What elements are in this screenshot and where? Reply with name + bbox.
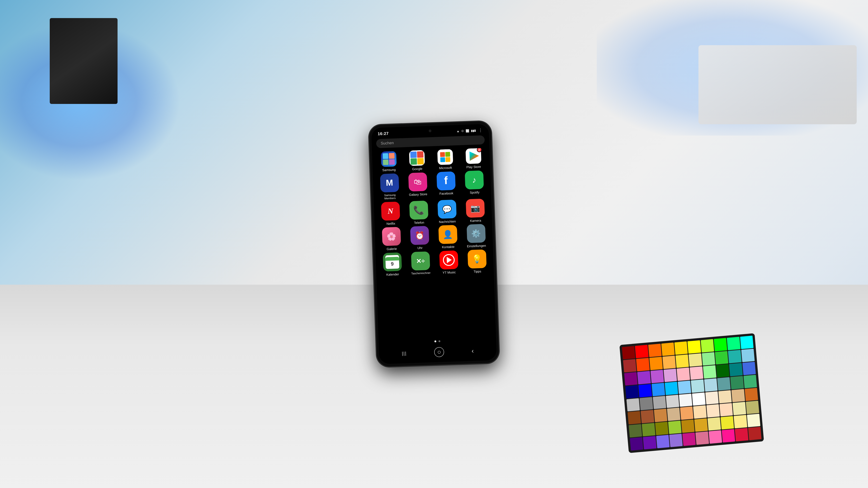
einstellungen-label: Einstellungen [467, 244, 486, 248]
color-cell [640, 397, 653, 410]
playstore-label: Play Store [466, 165, 481, 169]
color-grid [622, 336, 762, 451]
ytmusic-icon [439, 251, 458, 270]
app-item-uhr[interactable]: ⏰ Uhr [407, 226, 433, 251]
app-item-taschenrechner[interactable]: ✕÷ Taschenrechner [408, 251, 434, 275]
app-item-spotify[interactable]: ♪ Spotify [461, 170, 487, 195]
page-dot-2[interactable] [438, 340, 440, 342]
color-cell [705, 391, 719, 404]
color-cell [716, 364, 730, 377]
home-button[interactable]: ○ [434, 347, 444, 357]
color-cell [636, 358, 650, 371]
keyboard [699, 45, 857, 124]
facebook-icon: f [436, 171, 456, 191]
app-item-netflix[interactable]: N Netflix [378, 201, 403, 226]
app-item-playstore[interactable]: 2 Play Store [461, 148, 486, 169]
app-row-5: 9 Kalender ✕÷ Taschenrechner [378, 249, 491, 277]
color-cell [642, 423, 655, 436]
color-cell [734, 415, 747, 428]
app-item-kamera[interactable]: 📷 Kamera [463, 198, 488, 223]
color-cell [677, 367, 690, 381]
color-cell [695, 431, 709, 445]
recent-apps-button[interactable]: ||| [397, 349, 411, 358]
color-cell [745, 388, 758, 401]
microsoft-icon [437, 149, 453, 165]
color-cell [663, 368, 677, 382]
color-cell [664, 382, 678, 395]
tipps-icon: 💡 [467, 250, 487, 269]
search-placeholder: Suchen [381, 141, 394, 145]
page-dot-1[interactable] [434, 340, 436, 342]
samsung-icon [381, 151, 397, 167]
color-cell [674, 341, 688, 355]
color-cell [635, 345, 649, 358]
einstellungen-icon: ⚙️ [467, 224, 486, 243]
kalender-label: Kalender [386, 272, 399, 277]
app-item-telefon[interactable]: 📞 Telefon [406, 200, 432, 225]
app-item-galerie[interactable]: 🌸 Galerie [379, 227, 404, 252]
spotify-icon: ♪ [465, 170, 484, 190]
color-cell [709, 430, 722, 444]
color-cell [693, 405, 707, 419]
color-cell [627, 411, 641, 424]
netflix-icon: N [381, 201, 400, 221]
status-time: 16:27 [377, 131, 389, 136]
uhr-icon: ⏰ [410, 226, 429, 245]
app-item-galaxy-store[interactable]: 🛍 Galaxy Store [405, 172, 431, 197]
battery-icon: ▮▮▮ [471, 129, 476, 132]
color-cell [688, 353, 702, 367]
google-label: Google [412, 167, 423, 171]
color-cell [655, 422, 669, 435]
color-cell [629, 424, 642, 437]
color-cell [678, 381, 691, 394]
color-chart [619, 333, 764, 453]
app-item-ytmusic[interactable]: YT Music [436, 250, 462, 275]
phone-frame: 16:27 ▲ ⊙ ⬜ ▮▮▮ ⋮ Suchen [369, 121, 499, 367]
phone-screen: 16:27 ▲ ⊙ ⬜ ▮▮▮ ⋮ Suchen [371, 124, 497, 364]
color-cell [743, 375, 757, 388]
navigation-bar: ||| ○ ‹ [379, 342, 497, 364]
color-cell [681, 420, 695, 433]
spotify-label: Spotify [470, 191, 479, 195]
color-cell [625, 385, 639, 398]
color-cell [722, 429, 735, 442]
app-item-microsoft[interactable]: Microsoft [432, 149, 458, 170]
color-cell [637, 371, 651, 384]
back-button[interactable]: ‹ [467, 345, 478, 357]
more-icon[interactable]: ⋮ [478, 128, 483, 133]
app-row-4: 🌸 Galerie ⏰ Uhr 👤 [377, 224, 491, 252]
color-cell [679, 394, 692, 407]
color-cell [733, 402, 746, 415]
kamera-label: Kamera [470, 219, 481, 223]
netflix-label: Netflix [386, 222, 395, 226]
color-cell [730, 376, 744, 389]
galaxy-store-label: Galaxy Store [409, 192, 427, 197]
playstore-icon: 2 [465, 148, 481, 164]
color-cell [667, 408, 681, 421]
app-item-nachrichten[interactable]: 💬 Nachrichten [434, 199, 460, 224]
color-cell [656, 435, 670, 448]
app-item-google[interactable]: Google [404, 150, 430, 171]
taschenrechner-label: Taschenrechner [411, 271, 431, 275]
color-cell [649, 357, 663, 370]
color-cell [653, 396, 666, 409]
color-cell [701, 339, 714, 352]
color-cell [624, 372, 638, 385]
app-item-samsung-members[interactable]: M SamsungMembers [377, 173, 403, 201]
color-cell [735, 428, 748, 441]
app-item-kontakte[interactable]: 👤 Kontakte [435, 225, 461, 250]
color-cell [666, 395, 679, 408]
app-item-einstellungen[interactable]: ⚙️ Einstellungen [463, 224, 489, 249]
telefon-icon: 📞 [409, 200, 428, 220]
galerie-icon: 🌸 [382, 227, 401, 246]
color-cell [661, 343, 675, 356]
app-item-kalender[interactable]: 9 Kalender [379, 252, 405, 277]
samsung-label: Samsung [382, 168, 396, 172]
phone-wrapper: 16:27 ▲ ⊙ ⬜ ▮▮▮ ⋮ Suchen [369, 121, 499, 367]
app-item-samsung[interactable]: Samsung [376, 151, 401, 172]
color-cell [687, 340, 701, 354]
kontakte-icon: 👤 [438, 225, 458, 244]
app-item-facebook[interactable]: f Facebook [433, 171, 459, 196]
app-item-tipps[interactable]: 💡 Tipps [464, 250, 490, 274]
color-cell [650, 369, 664, 383]
